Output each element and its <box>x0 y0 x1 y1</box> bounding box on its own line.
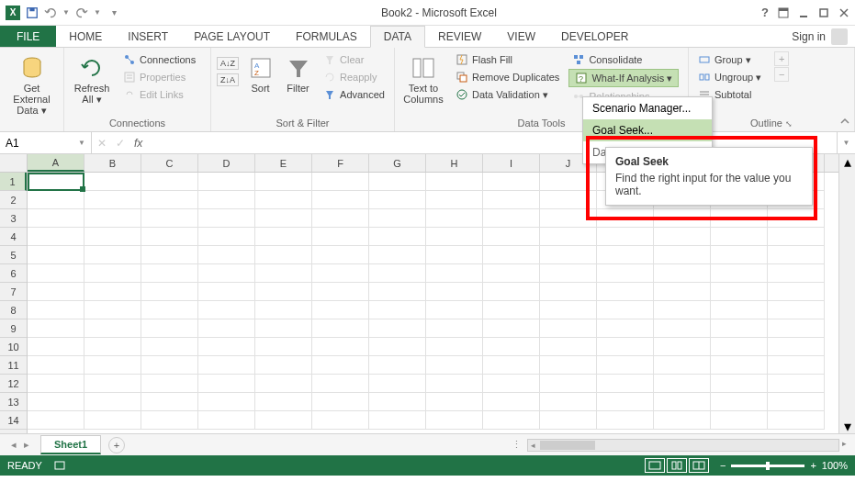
cell[interactable] <box>483 283 540 301</box>
cell[interactable] <box>369 356 426 375</box>
vertical-scrollbar[interactable]: ▴ ▾ <box>838 154 855 433</box>
properties-button[interactable]: Properties <box>119 69 199 85</box>
zoom-level[interactable]: 100% <box>822 460 848 471</box>
connections-button[interactable]: Connections <box>119 51 199 68</box>
cell[interactable] <box>84 209 141 228</box>
excel-icon[interactable]: X <box>6 6 20 20</box>
cell[interactable] <box>28 228 84 246</box>
cell[interactable] <box>711 283 768 301</box>
row-header[interactable]: 13 <box>0 393 27 411</box>
cell[interactable] <box>540 173 597 191</box>
cell[interactable] <box>255 246 312 264</box>
cell[interactable] <box>198 301 255 319</box>
expand-formula-bar-icon[interactable]: ▼ <box>837 132 855 153</box>
cell[interactable] <box>84 228 141 246</box>
cell[interactable] <box>654 283 711 301</box>
cell[interactable] <box>483 191 540 209</box>
cell[interactable] <box>369 264 426 283</box>
cell[interactable] <box>711 228 768 246</box>
refresh-all-button[interactable]: Refresh All ▾ <box>70 51 114 105</box>
cell[interactable] <box>312 246 369 264</box>
cell[interactable] <box>141 375 198 393</box>
cell[interactable] <box>768 338 825 356</box>
cell[interactable] <box>312 173 369 191</box>
minimize-icon[interactable] <box>798 7 809 18</box>
cell[interactable] <box>426 209 483 228</box>
cell[interactable] <box>141 319 198 338</box>
cell[interactable] <box>426 228 483 246</box>
page-layout-view-button[interactable] <box>667 458 687 473</box>
cell[interactable] <box>369 228 426 246</box>
cell[interactable] <box>28 319 84 338</box>
cell[interactable] <box>711 319 768 338</box>
cell[interactable] <box>540 411 597 430</box>
cell[interactable] <box>84 191 141 209</box>
cell[interactable] <box>255 209 312 228</box>
cell[interactable] <box>654 338 711 356</box>
cell[interactable] <box>198 246 255 264</box>
cell[interactable] <box>28 283 84 301</box>
row-header[interactable]: 12 <box>0 375 27 393</box>
cell[interactable] <box>369 393 426 411</box>
column-header[interactable]: G <box>369 154 426 172</box>
cell[interactable] <box>711 393 768 411</box>
cell[interactable] <box>426 338 483 356</box>
cell[interactable] <box>369 191 426 209</box>
cell[interactable] <box>654 228 711 246</box>
cell[interactable] <box>255 393 312 411</box>
cell[interactable] <box>426 301 483 319</box>
cell[interactable] <box>654 356 711 375</box>
reapply-button[interactable]: Reapply <box>320 69 388 85</box>
cell[interactable] <box>28 393 84 411</box>
zoom-control[interactable]: − + 100% <box>720 460 848 471</box>
column-header[interactable]: B <box>84 154 141 172</box>
select-all-corner[interactable] <box>0 154 27 173</box>
cell[interactable] <box>28 246 84 264</box>
redo-icon[interactable] <box>75 6 88 19</box>
row-header[interactable]: 4 <box>0 228 27 246</box>
row-header[interactable]: 6 <box>0 264 27 283</box>
cell[interactable] <box>369 411 426 430</box>
sheet-nav-next-icon[interactable]: ▸ <box>24 439 29 451</box>
cell[interactable] <box>141 338 198 356</box>
row-header[interactable]: 1 <box>0 173 27 191</box>
cell[interactable] <box>84 411 141 430</box>
cell[interactable] <box>84 264 141 283</box>
tab-page-layout[interactable]: PAGE LAYOUT <box>181 26 283 47</box>
cell[interactable] <box>141 209 198 228</box>
horizontal-scrollbar[interactable]: ⋮ ◂▸ <box>125 439 855 452</box>
get-external-data-button[interactable]: Get External Data ▾ <box>6 51 58 116</box>
cell[interactable] <box>768 411 825 430</box>
cell[interactable] <box>654 246 711 264</box>
cell[interactable] <box>426 246 483 264</box>
clear-button[interactable]: Clear <box>320 51 388 68</box>
cell[interactable] <box>768 264 825 283</box>
cell[interactable] <box>84 393 141 411</box>
cell[interactable] <box>255 375 312 393</box>
cell[interactable] <box>597 338 654 356</box>
row-header[interactable]: 3 <box>0 209 27 228</box>
cell[interactable] <box>312 209 369 228</box>
ungroup-button[interactable]: Ungroup ▾ <box>694 69 765 85</box>
cell[interactable] <box>426 375 483 393</box>
column-header[interactable]: D <box>198 154 255 172</box>
cell[interactable] <box>84 375 141 393</box>
text-to-columns-button[interactable]: Text to Columns <box>400 51 446 105</box>
sheet-nav-prev-icon[interactable]: ◂ <box>11 439 17 451</box>
cell[interactable] <box>654 301 711 319</box>
cell[interactable] <box>654 209 711 228</box>
normal-view-button[interactable] <box>645 458 665 473</box>
cell[interactable] <box>84 338 141 356</box>
column-header[interactable]: A <box>28 154 84 172</box>
flash-fill-button[interactable]: Flash Fill <box>452 51 563 68</box>
cell[interactable] <box>369 283 426 301</box>
collapse-ribbon-icon[interactable] <box>838 115 851 128</box>
cell[interactable] <box>198 356 255 375</box>
cell[interactable] <box>141 191 198 209</box>
cell[interactable] <box>84 283 141 301</box>
cell[interactable] <box>483 411 540 430</box>
row-header[interactable]: 2 <box>0 191 27 209</box>
cell[interactable] <box>28 191 84 209</box>
cell[interactable] <box>255 228 312 246</box>
cell[interactable] <box>654 319 711 338</box>
